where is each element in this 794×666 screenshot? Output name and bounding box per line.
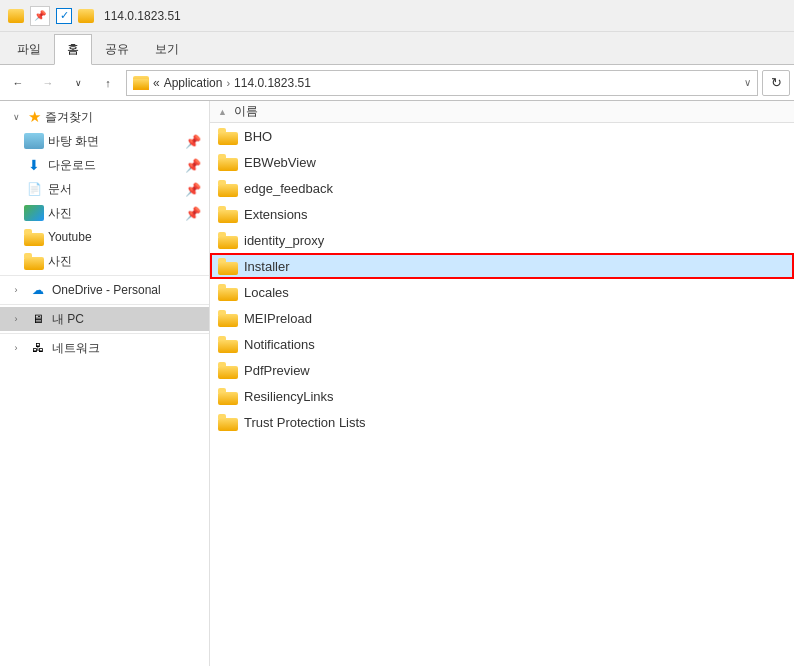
network-icon: 🖧 [28, 340, 48, 356]
onedrive-icon: ☁ [28, 282, 48, 298]
expand-button[interactable]: ∨ [64, 70, 92, 96]
folder-icon-notifications [218, 336, 238, 353]
onedrive-expander[interactable]: › [8, 282, 24, 298]
file-name: Trust Protection Lists [244, 415, 366, 430]
pin-icon-documents: 📌 [185, 182, 201, 197]
list-item[interactable]: identity_proxy [210, 227, 794, 253]
sidebar-item-mypc[interactable]: › 🖥 내 PC [0, 307, 209, 331]
sidebar-item-desktop[interactable]: 바탕 화면 📌 [0, 129, 209, 153]
back-button[interactable]: ← [4, 70, 32, 96]
documents-label: 문서 [48, 181, 72, 198]
sidebar-item-network[interactable]: › 🖧 네트워크 [0, 336, 209, 360]
list-item[interactable]: BHO [210, 123, 794, 149]
list-item[interactable]: ResiliencyLinks [210, 383, 794, 409]
pictures2-label: 사진 [48, 253, 72, 270]
folder-icon-locales [218, 284, 238, 301]
pin-icon-desktop: 📌 [185, 134, 201, 149]
titlebar-folder-icon [8, 9, 24, 23]
list-item[interactable]: PdfPreview [210, 357, 794, 383]
refresh-button[interactable]: ↻ [762, 70, 790, 96]
tab-home[interactable]: 홈 [54, 34, 92, 65]
forward-button[interactable]: → [34, 70, 62, 96]
ribbon: 파일 홈 공유 보기 [0, 32, 794, 65]
titlebar-checkbox[interactable]: ✓ [56, 8, 72, 24]
sidebar-section-onedrive: › ☁ OneDrive - Personal [0, 278, 209, 302]
file-list-header: ▲ 이름 [210, 101, 794, 123]
pictures-label: 사진 [48, 205, 72, 222]
path-folder-icon [133, 76, 149, 90]
titlebar-title: 114.0.1823.51 [104, 9, 181, 23]
quick-access-expander[interactable]: ∨ [8, 109, 24, 125]
folder-icon-pdfpreview [218, 362, 238, 379]
sidebar-section-network: › 🖧 네트워크 [0, 336, 209, 360]
folder-icon-bho [218, 128, 238, 145]
file-name: identity_proxy [244, 233, 324, 248]
file-name: BHO [244, 129, 272, 144]
folder-icon-trust-protection [218, 414, 238, 431]
titlebar-folder-icon2 [78, 9, 94, 23]
folder-icon-extensions [218, 206, 238, 223]
sidebar-item-pictures2[interactable]: 사진 [0, 249, 209, 273]
sidebar-section-mypc: › 🖥 내 PC [0, 307, 209, 331]
list-item-installer[interactable]: Installer [210, 253, 794, 279]
sidebar-divider1 [0, 275, 209, 276]
up-button[interactable]: ↑ [94, 70, 122, 96]
column-name[interactable]: 이름 [234, 103, 786, 120]
folder-icon-installer [218, 258, 238, 275]
onedrive-label: OneDrive - Personal [52, 283, 161, 297]
sidebar-item-onedrive[interactable]: › ☁ OneDrive - Personal [0, 278, 209, 302]
path-child: 114.0.1823.51 [234, 76, 311, 90]
desktop-icon [24, 133, 44, 149]
path-separator-text: « [153, 76, 160, 90]
sidebar-item-downloads[interactable]: ⬇ 다운로드 📌 [0, 153, 209, 177]
sidebar-item-pictures[interactable]: 사진 📌 [0, 201, 209, 225]
youtube-folder-icon [24, 229, 44, 246]
list-item[interactable]: Notifications [210, 331, 794, 357]
list-item[interactable]: edge_feedback [210, 175, 794, 201]
pictures-icon [24, 205, 44, 221]
titlebar-pin-btn[interactable]: 📌 [30, 6, 50, 26]
tab-view[interactable]: 보기 [142, 34, 192, 64]
ribbon-tabs: 파일 홈 공유 보기 [0, 32, 794, 64]
pin-icon-pictures: 📌 [185, 206, 201, 221]
sidebar-item-quick-access[interactable]: ∨ ★ 즐겨찾기 [0, 105, 209, 129]
sort-arrow-up: ▲ [218, 107, 234, 117]
list-item[interactable]: Extensions [210, 201, 794, 227]
sidebar-divider2 [0, 304, 209, 305]
pc-icon: 🖥 [28, 311, 48, 327]
tab-share[interactable]: 공유 [92, 34, 142, 64]
network-expander[interactable]: › [8, 340, 24, 356]
sidebar-divider3 [0, 333, 209, 334]
path-root: Application [164, 76, 223, 90]
sidebar-section-quickaccess: ∨ ★ 즐겨찾기 바탕 화면 📌 ⬇ 다운로드 📌 📄 문서 [0, 105, 209, 273]
main-content: ∨ ★ 즐겨찾기 바탕 화면 📌 ⬇ 다운로드 📌 📄 문서 [0, 101, 794, 666]
pictures2-folder-icon [24, 253, 44, 270]
tab-file[interactable]: 파일 [4, 34, 54, 64]
address-path[interactable]: « Application › 114.0.1823.51 ∨ [126, 70, 758, 96]
folder-icon-edge-feedback [218, 180, 238, 197]
quick-access-label: 즐겨찾기 [45, 109, 93, 126]
file-name: Notifications [244, 337, 315, 352]
sidebar-item-youtube[interactable]: Youtube [0, 225, 209, 249]
list-item[interactable]: Trust Protection Lists [210, 409, 794, 435]
document-icon: 📄 [24, 181, 44, 197]
file-name: PdfPreview [244, 363, 310, 378]
file-name: MEIPreload [244, 311, 312, 326]
path-arrow: › [226, 77, 230, 89]
network-label: 네트워크 [52, 340, 100, 357]
file-name: Extensions [244, 207, 308, 222]
file-name: edge_feedback [244, 181, 333, 196]
mypc-expander[interactable]: › [8, 311, 24, 327]
downloads-label: 다운로드 [48, 157, 96, 174]
path-dropdown-arrow[interactable]: ∨ [744, 77, 751, 88]
file-name: Locales [244, 285, 289, 300]
list-item[interactable]: EBWebView [210, 149, 794, 175]
pin-icon-downloads: 📌 [185, 158, 201, 173]
folder-icon-resiliencylinks [218, 388, 238, 405]
file-name: EBWebView [244, 155, 316, 170]
folder-icon-identity-proxy [218, 232, 238, 249]
sidebar-item-documents[interactable]: 📄 문서 📌 [0, 177, 209, 201]
list-item[interactable]: MEIPreload [210, 305, 794, 331]
desktop-label: 바탕 화면 [48, 133, 99, 150]
list-item[interactable]: Locales [210, 279, 794, 305]
